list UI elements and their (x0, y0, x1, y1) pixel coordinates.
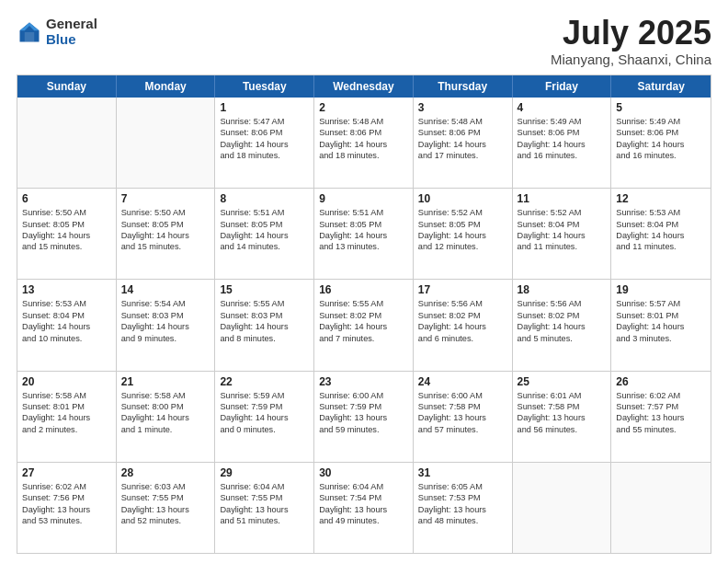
cell-line: Daylight: 14 hours (616, 230, 706, 241)
cell-line: Sunset: 8:01 PM (22, 401, 111, 412)
day-cell-31: 31Sunrise: 6:05 AMSunset: 7:53 PMDayligh… (414, 463, 513, 553)
day-cell-5: 5Sunrise: 5:49 AMSunset: 8:06 PMDaylight… (611, 98, 711, 188)
cell-line: Sunset: 7:53 PM (418, 492, 507, 503)
day-cell-8: 8Sunrise: 5:51 AMSunset: 8:05 PMDaylight… (215, 189, 314, 279)
week-row-2: 6Sunrise: 5:50 AMSunset: 8:05 PMDaylight… (17, 189, 711, 280)
cell-line: and 12 minutes. (418, 241, 507, 252)
day-number: 8 (220, 192, 309, 205)
svg-rect-2 (25, 32, 35, 42)
day-cell-2: 2Sunrise: 5:48 AMSunset: 8:06 PMDaylight… (314, 98, 414, 188)
cell-line: Sunset: 8:01 PM (616, 310, 706, 321)
day-cell-13: 13Sunrise: 5:53 AMSunset: 8:04 PMDayligh… (17, 280, 117, 370)
day-number: 6 (22, 192, 111, 205)
day-number: 21 (121, 375, 210, 388)
cell-line: Sunrise: 5:57 AM (616, 298, 706, 309)
empty-cell (513, 463, 612, 553)
logo: General Blue (17, 17, 97, 47)
day-number: 30 (319, 466, 408, 479)
week-row-3: 13Sunrise: 5:53 AMSunset: 8:04 PMDayligh… (17, 280, 711, 371)
title-area: July 2025 Mianyang, Shaanxi, China (551, 17, 711, 67)
cell-line: and 16 minutes. (518, 150, 607, 161)
day-number: 14 (121, 283, 210, 296)
cell-line: and 55 minutes. (616, 424, 706, 435)
cell-line: Daylight: 14 hours (319, 321, 408, 332)
cell-line: Sunset: 7:59 PM (220, 401, 309, 412)
day-cell-15: 15Sunrise: 5:55 AMSunset: 8:03 PMDayligh… (215, 280, 314, 370)
cell-line: Daylight: 14 hours (121, 321, 210, 332)
day-number: 23 (319, 375, 408, 388)
day-cell-9: 9Sunrise: 5:51 AMSunset: 8:05 PMDaylight… (314, 189, 414, 279)
cell-line: Daylight: 13 hours (22, 504, 111, 515)
day-cell-27: 27Sunrise: 6:02 AMSunset: 7:56 PMDayligh… (17, 463, 117, 553)
day-number: 19 (616, 283, 706, 296)
cell-line: and 59 minutes. (319, 424, 408, 435)
cell-line: Sunrise: 6:04 AM (220, 481, 309, 492)
day-cell-4: 4Sunrise: 5:49 AMSunset: 8:06 PMDaylight… (513, 98, 612, 188)
cell-line: Sunset: 8:06 PM (518, 127, 607, 138)
week-row-5: 27Sunrise: 6:02 AMSunset: 7:56 PMDayligh… (17, 463, 711, 553)
day-cell-16: 16Sunrise: 5:55 AMSunset: 8:02 PMDayligh… (314, 280, 414, 370)
week-row-1: 1Sunrise: 5:47 AMSunset: 8:06 PMDaylight… (17, 98, 711, 189)
cell-line: Daylight: 13 hours (220, 504, 309, 515)
cell-line: Daylight: 13 hours (319, 504, 408, 515)
title-month: July 2025 (551, 17, 711, 50)
header-day-sunday: Sunday (17, 75, 117, 98)
header-day-wednesday: Wednesday (314, 75, 414, 98)
calendar-body: 1Sunrise: 5:47 AMSunset: 8:06 PMDaylight… (17, 98, 711, 553)
cell-line: Daylight: 14 hours (220, 412, 309, 423)
day-number: 16 (319, 283, 408, 296)
day-number: 28 (121, 466, 210, 479)
day-cell-26: 26Sunrise: 6:02 AMSunset: 7:57 PMDayligh… (611, 372, 711, 462)
day-cell-19: 19Sunrise: 5:57 AMSunset: 8:01 PMDayligh… (611, 280, 711, 370)
day-cell-17: 17Sunrise: 5:56 AMSunset: 8:02 PMDayligh… (414, 280, 513, 370)
empty-cell (117, 98, 216, 188)
cell-line: Daylight: 14 hours (518, 321, 607, 332)
cell-line: and 11 minutes. (616, 241, 706, 252)
cell-line: and 5 minutes. (518, 333, 607, 344)
empty-cell (611, 463, 711, 553)
header: General Blue July 2025 Mianyang, Shaanxi… (17, 17, 711, 67)
page: General Blue July 2025 Mianyang, Shaanxi… (0, 0, 728, 563)
cell-line: Sunset: 8:02 PM (418, 310, 507, 321)
day-number: 4 (518, 101, 607, 114)
cell-line: Daylight: 13 hours (418, 412, 507, 423)
day-number: 22 (220, 375, 309, 388)
day-number: 25 (518, 375, 607, 388)
header-day-monday: Monday (117, 75, 216, 98)
cell-line: and 8 minutes. (220, 333, 309, 344)
day-number: 1 (220, 101, 309, 114)
empty-cell (17, 98, 117, 188)
cell-line: Sunrise: 5:48 AM (319, 116, 408, 127)
cell-line: Sunrise: 6:04 AM (319, 481, 408, 492)
cell-line: and 0 minutes. (220, 424, 309, 435)
day-number: 31 (418, 466, 507, 479)
calendar-header: SundayMondayTuesdayWednesdayThursdayFrid… (17, 75, 711, 98)
day-number: 26 (616, 375, 706, 388)
cell-line: Sunrise: 5:53 AM (616, 207, 706, 218)
day-number: 3 (418, 101, 507, 114)
cell-line: Sunrise: 5:47 AM (220, 116, 309, 127)
day-number: 27 (22, 466, 111, 479)
cell-line: Sunrise: 5:58 AM (121, 390, 210, 401)
week-row-4: 20Sunrise: 5:58 AMSunset: 8:01 PMDayligh… (17, 372, 711, 463)
cell-line: Sunset: 8:05 PM (220, 219, 309, 230)
cell-line: Sunrise: 5:52 AM (418, 207, 507, 218)
logo-icon (17, 19, 42, 45)
cell-line: Daylight: 14 hours (121, 230, 210, 241)
day-number: 2 (319, 101, 408, 114)
cell-line: and 18 minutes. (319, 150, 408, 161)
cell-line: Daylight: 14 hours (616, 321, 706, 332)
day-number: 18 (518, 283, 607, 296)
cell-line: Daylight: 14 hours (22, 230, 111, 241)
cell-line: Sunrise: 6:00 AM (319, 390, 408, 401)
cell-line: and 3 minutes. (616, 333, 706, 344)
cell-line: Sunrise: 5:51 AM (220, 207, 309, 218)
day-number: 24 (418, 375, 507, 388)
cell-line: Sunrise: 5:56 AM (518, 298, 607, 309)
cell-line: Sunrise: 5:56 AM (418, 298, 507, 309)
cell-line: Daylight: 14 hours (418, 139, 507, 150)
cell-line: Daylight: 13 hours (518, 412, 607, 423)
cell-line: and 18 minutes. (220, 150, 309, 161)
cell-line: Sunset: 8:05 PM (22, 219, 111, 230)
cell-line: Sunrise: 5:51 AM (319, 207, 408, 218)
